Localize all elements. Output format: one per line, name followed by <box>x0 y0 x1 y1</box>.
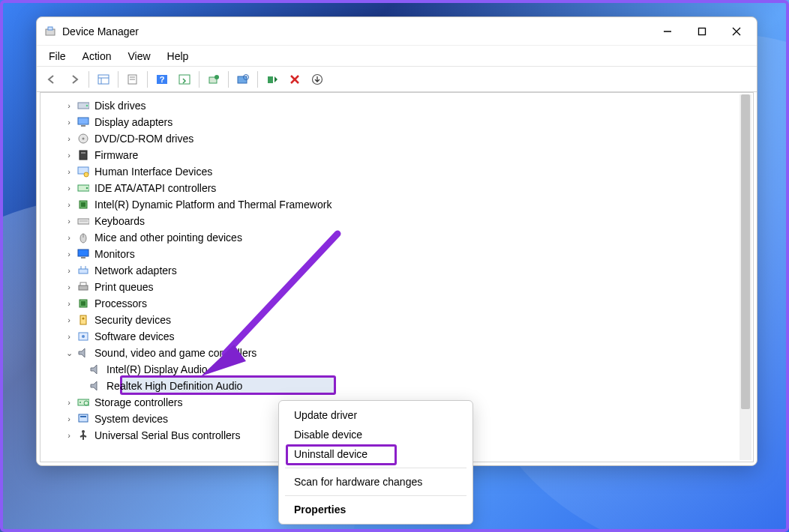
chevron-down-icon[interactable]: ⌄ <box>64 345 74 361</box>
tree-item[interactable]: ⌄Sound, video and game controllers <box>62 345 746 361</box>
tree-item-label: Firmware <box>94 147 138 163</box>
back-button[interactable] <box>41 70 62 89</box>
cdrom-icon <box>76 133 90 145</box>
chevron-right-icon[interactable]: › <box>64 213 74 229</box>
chevron-right-icon[interactable]: › <box>64 262 74 279</box>
disk-icon <box>76 100 90 112</box>
ctx-separator <box>285 495 466 496</box>
add-hardware-button[interactable] <box>307 70 328 89</box>
svg-rect-58 <box>80 416 86 417</box>
firmware-icon <box>76 149 90 161</box>
forward-button[interactable] <box>64 70 85 89</box>
tree-item-label: DVD/CD-ROM drives <box>94 130 194 147</box>
chevron-right-icon[interactable]: › <box>64 246 74 262</box>
network-icon <box>76 265 90 276</box>
tree-item-label: Human Interface Devices <box>94 163 212 180</box>
tree-item[interactable]: ›Human Interface Devices <box>62 163 746 180</box>
ctx-disable-device[interactable]: Disable device <box>279 425 472 444</box>
mouse-icon <box>76 232 90 244</box>
tree-item-label: System devices <box>94 411 168 427</box>
tree-item[interactable]: ›Print queues <box>62 279 746 295</box>
maximize-button[interactable] <box>685 19 719 43</box>
vertical-scrollbar[interactable] <box>740 94 752 460</box>
update-driver-button[interactable] <box>203 70 224 89</box>
chevron-right-icon[interactable]: › <box>64 97 74 114</box>
svg-rect-3 <box>699 28 706 34</box>
titlebar: Device Manager <box>37 17 757 46</box>
tree-child-item[interactable]: Realtek High Definition Audio <box>86 378 746 394</box>
tree-item[interactable]: ›Keyboards <box>62 213 746 229</box>
tree-item[interactable]: ›Processors <box>62 295 746 312</box>
chevron-right-icon[interactable]: › <box>64 411 74 427</box>
tree-item-label: Universal Serial Bus controllers <box>94 427 241 444</box>
help-button[interactable]: ? <box>152 70 172 89</box>
ctx-scan-hardware[interactable]: Scan for hardware changes <box>279 472 472 492</box>
svg-rect-30 <box>81 152 86 154</box>
chevron-right-icon[interactable]: › <box>64 328 74 345</box>
scan-hardware-button[interactable] <box>232 70 254 89</box>
chevron-right-icon[interactable]: › <box>64 427 74 444</box>
menu-help[interactable]: Help <box>160 49 196 64</box>
chevron-right-icon[interactable]: › <box>64 130 74 147</box>
tree-item[interactable]: ›Firmware <box>62 147 746 163</box>
ctx-update-driver[interactable]: Update driver <box>279 405 472 425</box>
tree-item[interactable]: ›Disk drives <box>62 97 746 114</box>
tree-item[interactable]: ›Display adapters <box>62 114 746 130</box>
minimize-button[interactable] <box>650 19 685 43</box>
tree-item-label: Disk drives <box>94 97 146 114</box>
device-tree[interactable]: ›Disk drives›Display adapters›DVD/CD-ROM… <box>40 93 753 448</box>
chevron-right-icon[interactable]: › <box>64 114 74 130</box>
chevron-right-icon[interactable]: › <box>64 312 74 328</box>
svg-rect-19 <box>268 76 273 83</box>
tree-item-label: Monitors <box>94 246 135 262</box>
ctx-properties[interactable]: Properties <box>279 500 472 519</box>
action-button[interactable] <box>174 70 195 89</box>
menu-file[interactable]: File <box>41 49 74 64</box>
context-menu: Update driver Disable device Uninstall d… <box>278 400 473 525</box>
tree-item[interactable]: ›IDE ATA/ATAPI controllers <box>62 180 746 196</box>
chevron-right-icon[interactable]: › <box>64 279 74 295</box>
tree-item-label: Sound, video and game controllers <box>94 345 256 361</box>
chevron-right-icon[interactable]: › <box>64 163 74 180</box>
tree-item[interactable]: ›Network adapters <box>62 262 746 279</box>
monitor-icon <box>76 248 90 260</box>
tree-item[interactable]: ›Monitors <box>62 246 746 262</box>
tree-item-label: Mice and other pointing devices <box>94 229 242 246</box>
chevron-right-icon[interactable]: › <box>64 229 74 246</box>
ctx-uninstall-device[interactable]: Uninstall device <box>279 444 472 464</box>
uninstall-device-button[interactable] <box>284 70 305 89</box>
properties-button[interactable] <box>122 70 143 89</box>
tree-item-label: Storage controllers <box>94 394 183 411</box>
tree-item[interactable]: ›Security devices <box>62 312 746 328</box>
svg-rect-1 <box>48 27 52 30</box>
tree-item[interactable]: ›DVD/CD-ROM drives <box>62 130 746 147</box>
svg-point-24 <box>86 105 88 107</box>
close-button[interactable] <box>719 19 754 43</box>
chevron-right-icon[interactable]: › <box>64 147 74 163</box>
chevron-right-icon[interactable]: › <box>64 295 74 312</box>
sound-icon <box>88 363 102 375</box>
usb-icon <box>76 429 90 441</box>
menu-view[interactable]: View <box>120 49 158 64</box>
tree-item[interactable]: ›Intel(R) Dynamic Platform and Thermal F… <box>62 196 746 213</box>
tree-item[interactable]: ›Software devices <box>62 328 746 345</box>
svg-point-53 <box>82 335 85 338</box>
enable-device-button[interactable] <box>262 70 283 89</box>
scroll-thumb[interactable] <box>741 94 750 409</box>
chevron-right-icon[interactable]: › <box>64 394 74 411</box>
chevron-right-icon[interactable]: › <box>64 180 74 196</box>
tree-item-label: IDE ATA/ATAPI controllers <box>94 180 216 196</box>
svg-text:?: ? <box>160 75 165 84</box>
processor-icon <box>76 297 90 309</box>
tree-item[interactable]: ›Mice and other pointing devices <box>62 229 746 246</box>
menu-action[interactable]: Action <box>75 49 119 64</box>
chevron-right-icon[interactable]: › <box>64 196 74 213</box>
svg-point-51 <box>82 317 84 319</box>
show-hide-tree-button[interactable] <box>93 70 114 89</box>
svg-point-28 <box>82 138 85 140</box>
keyboard-icon <box>76 215 90 227</box>
device-manager-window: Device Manager File Action View Help ? ›… <box>36 16 758 466</box>
svg-rect-43 <box>79 269 88 273</box>
svg-rect-6 <box>98 75 109 84</box>
svg-point-16 <box>214 75 219 79</box>
